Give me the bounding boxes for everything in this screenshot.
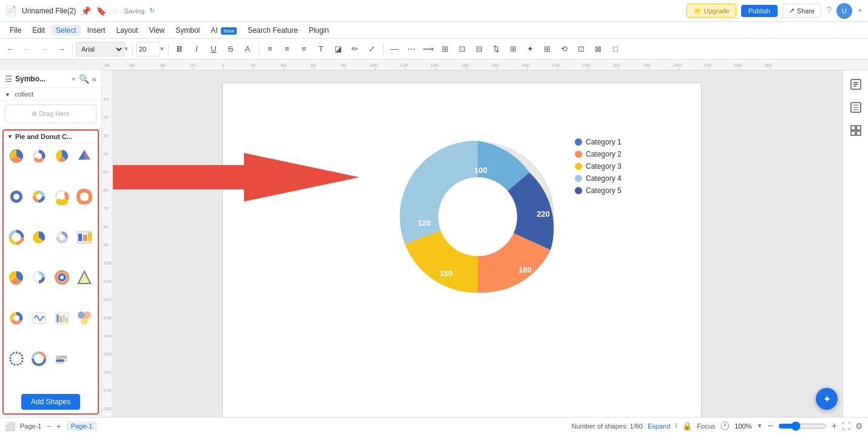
zoom-in-btn[interactable]: +: [832, 421, 837, 432]
align-right-button[interactable]: ≡: [296, 41, 312, 57]
drag-area[interactable]: ⊕ Drag Here: [5, 104, 97, 123]
line-button[interactable]: —: [387, 41, 402, 57]
share-button[interactable]: ↗ Share: [782, 4, 821, 18]
order-button[interactable]: ⊞: [506, 41, 521, 57]
help-icon[interactable]: ?: [826, 5, 832, 16]
undo2-button[interactable]: ←: [19, 41, 35, 57]
zoom-chevron[interactable]: ▼: [756, 422, 762, 429]
shape-item[interactable]: [74, 146, 95, 166]
menu-layout[interactable]: Layout: [111, 25, 143, 36]
line2-button[interactable]: ⋯: [404, 41, 419, 57]
undo-button[interactable]: ←: [2, 41, 18, 57]
sidebar-search-icon[interactable]: 🔍: [79, 74, 89, 84]
shape-item[interactable]: [52, 146, 72, 166]
fullscreen-btn[interactable]: ⛶: [842, 421, 850, 431]
shape-grid: 100%chart: [4, 143, 98, 390]
right-tool-grid[interactable]: [847, 121, 865, 140]
shape-item[interactable]: [52, 227, 72, 248]
distribute-button[interactable]: ⊞: [438, 41, 453, 57]
shape-item[interactable]: [29, 267, 49, 288]
settings-icon[interactable]: ⚙: [855, 421, 863, 431]
shape-item[interactable]: [74, 227, 95, 248]
page-tab[interactable]: Page-1: [66, 421, 97, 431]
shape-item[interactable]: [6, 308, 27, 328]
menu-plugin[interactable]: Plugin: [304, 25, 334, 36]
shape-item[interactable]: [74, 186, 95, 207]
shape-item[interactable]: [52, 267, 72, 288]
shape-item[interactable]: [6, 227, 27, 248]
shape-item[interactable]: [6, 348, 27, 369]
extra1-button[interactable]: ⊞: [540, 41, 555, 57]
flip-button[interactable]: ⇅: [489, 41, 504, 57]
page-plus-btn[interactable]: +: [56, 421, 61, 431]
align-center-button[interactable]: ≡: [279, 41, 295, 57]
extra4-button[interactable]: ⊠: [591, 41, 606, 57]
shape-item[interactable]: [29, 308, 49, 328]
bold-button[interactable]: B: [172, 41, 188, 57]
underline-button[interactable]: U: [206, 41, 222, 57]
sidebar: ☰ Symbo... ▼ 🔍 « ▼ collect ⊕ Drag Here ▼…: [0, 70, 102, 417]
extra5-button[interactable]: □: [608, 41, 623, 57]
legend-dot-3: [575, 163, 582, 170]
menu-file[interactable]: File: [5, 25, 26, 36]
connect-button[interactable]: ⤢: [364, 41, 380, 57]
redo-button[interactable]: →: [36, 41, 52, 57]
svg-text:140: 140: [103, 333, 112, 339]
shape-item[interactable]: [52, 186, 72, 207]
sidebar-menu-icon[interactable]: ☰: [5, 74, 13, 84]
redo2-button[interactable]: →: [53, 41, 69, 57]
text-button[interactable]: T: [313, 41, 329, 57]
shape-item[interactable]: [29, 146, 49, 166]
menu-edit[interactable]: Edit: [27, 25, 50, 36]
font-color-button[interactable]: A: [240, 41, 256, 57]
lock-button[interactable]: ⊟: [472, 41, 487, 57]
publish-button[interactable]: Publish: [741, 5, 778, 17]
group-button[interactable]: ⊡: [455, 41, 470, 57]
menu-search-feature[interactable]: Search Feature: [243, 25, 303, 36]
focus-label[interactable]: Focus: [697, 422, 715, 430]
menu-select[interactable]: Select: [51, 25, 81, 36]
account-chevron[interactable]: ▼: [857, 7, 863, 14]
font-size-input[interactable]: [136, 42, 160, 56]
more-button[interactable]: ✦: [523, 41, 538, 57]
fill-button[interactable]: ◪: [330, 41, 346, 57]
extra3-button[interactable]: ⊡: [574, 41, 589, 57]
page-minus-btn[interactable]: −: [46, 421, 51, 431]
shape-item[interactable]: [29, 186, 49, 207]
floating-action-button[interactable]: ✦: [816, 388, 838, 410]
shape-item[interactable]: [6, 267, 27, 288]
stroke-button[interactable]: ✏: [347, 41, 363, 57]
shape-item[interactable]: [6, 186, 27, 207]
star-icon[interactable]: ☆: [111, 6, 119, 16]
lock-icon[interactable]: 🔒: [682, 421, 692, 430]
zoom-slider[interactable]: [778, 421, 827, 431]
expand-link[interactable]: Expand: [648, 422, 670, 430]
right-tool-data[interactable]: [847, 98, 865, 117]
right-tool-style[interactable]: [847, 75, 865, 93]
line3-button[interactable]: ⟿: [421, 41, 436, 57]
shape-item[interactable]: [29, 227, 49, 248]
shape-item[interactable]: [74, 267, 95, 288]
menu-symbol[interactable]: Symbol: [171, 25, 205, 36]
align-left-button[interactable]: ≡: [262, 41, 278, 57]
menu-view[interactable]: View: [144, 25, 169, 36]
add-shapes-button[interactable]: Add Shapes: [21, 394, 80, 410]
shape-item[interactable]: [29, 348, 49, 369]
zoom-out-btn[interactable]: −: [767, 421, 773, 432]
shape-item[interactable]: [6, 146, 27, 166]
upgrade-button[interactable]: ⭐ Upgrade: [687, 4, 736, 18]
collect-section[interactable]: ▼ collect: [0, 88, 101, 101]
shape-item[interactable]: [52, 308, 72, 328]
italic-button[interactable]: I: [189, 41, 205, 57]
shape-item[interactable]: 100%chart: [52, 348, 72, 369]
menu-ai[interactable]: AI New: [206, 25, 242, 36]
avatar[interactable]: U: [836, 3, 852, 19]
font-family-select[interactable]: Arial: [76, 42, 124, 56]
svg-text:-40: -40: [158, 63, 166, 68]
sidebar-collapse-icon[interactable]: «: [92, 74, 97, 84]
extra2-button[interactable]: ⟲: [557, 41, 572, 57]
menu-insert[interactable]: Insert: [82, 25, 110, 36]
canvas-area[interactable]: 0 10 20 30 40 50 60 70 80 90 100 110 120…: [102, 70, 843, 417]
strikethrough-button[interactable]: S: [223, 41, 239, 57]
shape-item[interactable]: [74, 308, 95, 328]
